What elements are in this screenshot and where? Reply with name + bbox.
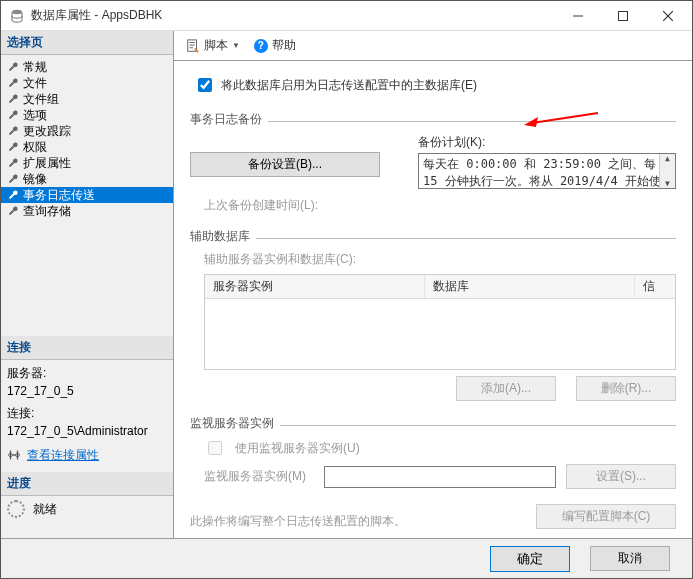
chevron-down-icon: ▼ [232, 41, 240, 50]
sidebar-item-label: 扩展属性 [23, 155, 71, 172]
wrench-icon [7, 109, 19, 121]
cancel-button[interactable]: 取消 [590, 546, 670, 571]
sidebar-item[interactable]: 镜像 [1, 171, 173, 187]
help-label: 帮助 [272, 37, 296, 54]
window-title: 数据库属性 - AppsDBHK [31, 7, 555, 24]
wrench-icon [7, 93, 19, 105]
close-icon [663, 11, 673, 21]
script-note: 此操作将编写整个日志传送配置的脚本。 [190, 513, 516, 530]
sidebar-item[interactable]: 文件组 [1, 91, 173, 107]
remove-secondary-button: 删除(R)... [576, 376, 676, 401]
monitor-settings-button: 设置(S)... [566, 464, 676, 489]
backup-group-legend: 事务日志备份 [190, 111, 268, 128]
sidebar-item[interactable]: 常规 [1, 59, 173, 75]
enable-logshipping-label: 将此数据库启用为日志传送配置中的主数据库(E) [221, 77, 477, 94]
sidebar-item-label: 文件组 [23, 91, 59, 108]
sidebar: 选择页 常规文件文件组选项更改跟踪权限扩展属性镜像事务日志传送查询存储 连接 服… [1, 31, 174, 538]
script-label: 脚本 [204, 37, 228, 54]
connection-block: 服务器: 172_17_0_5 连接: 172_17_0_5\Administr… [1, 360, 173, 472]
titlebar: 数据库属性 - AppsDBHK [1, 1, 692, 31]
scroll-down-icon: ▼ [665, 179, 670, 188]
minimize-icon [573, 11, 583, 21]
dialog-buttons: 确定 取消 [1, 538, 692, 578]
col-trust: 信 [635, 275, 675, 298]
secondary-list-label: 辅助服务器实例和数据库(C): [190, 251, 676, 268]
toolbar: 脚本 ▼ ? 帮助 [174, 31, 692, 61]
backup-schedule-text: 每天在 0:00:00 和 23:59:00 之间、每 15 分钟执行一次。将从… [423, 157, 661, 188]
ok-button[interactable]: 确定 [490, 546, 570, 572]
secondary-group-legend: 辅助数据库 [190, 228, 256, 245]
last-backup-label: 上次备份创建时间(L): [190, 197, 676, 214]
svg-marker-15 [524, 117, 538, 127]
sidebar-item[interactable]: 扩展属性 [1, 155, 173, 171]
monitor-instance-input [324, 466, 556, 488]
secondary-group: 辅助数据库 辅助服务器实例和数据库(C): 服务器实例 数据库 信 添加(A).… [190, 228, 676, 401]
connection-label: 连接: [7, 404, 167, 422]
wrench-icon [7, 125, 19, 137]
connection-props-icon [7, 448, 21, 462]
sidebar-item[interactable]: 更改跟踪 [1, 123, 173, 139]
help-button[interactable]: ? 帮助 [250, 35, 300, 56]
enable-logshipping-checkbox[interactable] [198, 78, 212, 92]
server-value: 172_17_0_5 [7, 382, 167, 400]
progress-heading: 进度 [1, 472, 173, 496]
sidebar-item[interactable]: 文件 [1, 75, 173, 91]
col-database: 数据库 [425, 275, 635, 298]
wrench-icon [7, 141, 19, 153]
wrench-icon [7, 157, 19, 169]
close-button[interactable] [645, 1, 690, 31]
connection-heading: 连接 [1, 336, 173, 360]
sidebar-item-label: 镜像 [23, 171, 47, 188]
sidebar-item-label: 更改跟踪 [23, 123, 71, 140]
page-list: 常规文件文件组选项更改跟踪权限扩展属性镜像事务日志传送查询存储 [1, 55, 173, 223]
sidebar-item-label: 常规 [23, 59, 47, 76]
secondary-table[interactable]: 服务器实例 数据库 信 [204, 274, 676, 370]
monitor-group-legend: 监视服务器实例 [190, 415, 280, 432]
sidebar-item-label: 选项 [23, 107, 47, 124]
select-page-heading: 选择页 [1, 31, 173, 55]
wrench-icon [7, 61, 19, 73]
monitor-instance-label: 监视服务器实例(M) [204, 468, 314, 485]
sidebar-item[interactable]: 权限 [1, 139, 173, 155]
maximize-button[interactable] [600, 1, 645, 31]
col-server: 服务器实例 [205, 275, 425, 298]
backup-schedule-label: 备份计划(K): [418, 134, 676, 151]
progress-spinner-icon [7, 500, 25, 518]
wrench-icon [7, 77, 19, 89]
backup-settings-button[interactable]: 备份设置(B)... [190, 152, 380, 177]
wrench-icon [7, 205, 19, 217]
sidebar-item[interactable]: 选项 [1, 107, 173, 123]
wrench-icon [7, 189, 19, 201]
backup-group: 事务日志备份 备份设置(B)... 备份计划(K): 每天在 0:00:00 和… [190, 111, 676, 214]
monitor-group: 监视服务器实例 使用监视服务器实例(U) 监视服务器实例(M) 设置(S)... [190, 415, 676, 489]
help-icon: ? [254, 39, 268, 53]
sidebar-item-label: 事务日志传送 [23, 187, 95, 204]
main-panel: 脚本 ▼ ? 帮助 将此数据库启用为日志传送配置中的主数据库(E) 事务日志备份 [174, 31, 692, 538]
sidebar-item[interactable]: 查询存储 [1, 203, 173, 219]
sidebar-item-label: 查询存储 [23, 203, 71, 220]
minimize-button[interactable] [555, 1, 600, 31]
progress-status: 就绪 [33, 500, 57, 518]
view-connection-props-link[interactable]: 查看连接属性 [27, 446, 99, 464]
script-icon [186, 39, 200, 53]
maximize-icon [618, 11, 628, 21]
progress-block: 就绪 [1, 496, 173, 538]
script-dropdown[interactable]: 脚本 ▼ [182, 35, 244, 56]
backup-schedule-box[interactable]: 每天在 0:00:00 和 23:59:00 之间、每 15 分钟执行一次。将从… [418, 153, 676, 189]
annotation-arrow-icon [520, 105, 600, 129]
scroll-up-icon: ▲ [665, 154, 670, 163]
connection-value: 172_17_0_5\Administrator [7, 422, 167, 440]
add-secondary-button: 添加(A)... [456, 376, 556, 401]
svg-rect-2 [618, 11, 627, 20]
sidebar-item[interactable]: 事务日志传送 [1, 187, 173, 203]
content-area: 将此数据库启用为日志传送配置中的主数据库(E) 事务日志备份 备份设置(B)..… [174, 61, 692, 538]
sidebar-item-label: 文件 [23, 75, 47, 92]
scrollbar[interactable]: ▲▼ [659, 154, 675, 188]
server-label: 服务器: [7, 364, 167, 382]
write-config-script-button: 编写配置脚本(C) [536, 504, 676, 529]
database-icon [9, 8, 25, 24]
use-monitor-checkbox [208, 441, 222, 455]
use-monitor-label: 使用监视服务器实例(U) [235, 440, 360, 457]
sidebar-item-label: 权限 [23, 139, 47, 156]
wrench-icon [7, 173, 19, 185]
